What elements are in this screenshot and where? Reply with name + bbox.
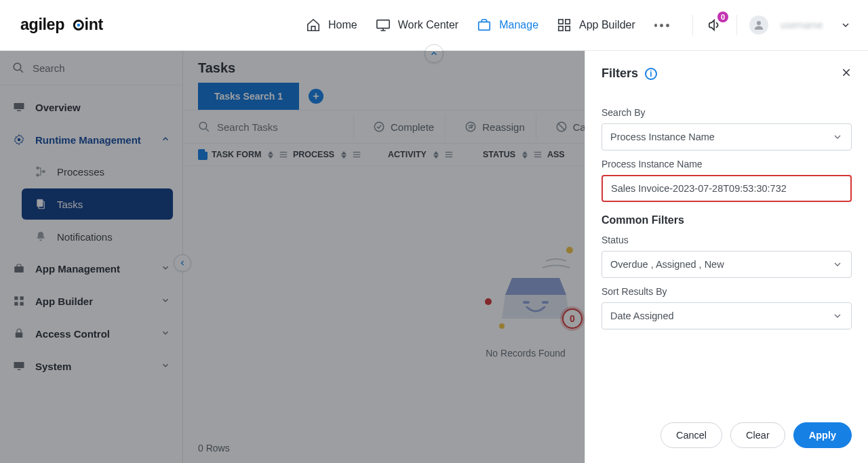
nav-home[interactable]: Home [305, 17, 357, 33]
bell-icon [34, 230, 47, 243]
notifications-badge: 0 [717, 12, 728, 22]
chevron-down-icon [161, 328, 170, 340]
info-icon[interactable]: i [645, 68, 657, 80]
col-label: STATUS [483, 150, 515, 159]
input-process-instance[interactable]: Sales Invoice-2023-07-28T09:53:30:732 [601, 175, 852, 202]
nav-manage-label: Manage [499, 19, 538, 31]
sidebar-label: App Builder [35, 296, 93, 307]
section-common-filters: Common Filters [601, 214, 852, 226]
svg-point-17 [43, 170, 45, 173]
svg-point-45 [485, 298, 492, 305]
col-process[interactable]: PROCESS [293, 150, 388, 159]
nav-app-builder-label: App Builder [579, 19, 635, 31]
select-value: Process Instance Name [610, 132, 715, 142]
empty-illustration: 0 [465, 241, 587, 336]
username: username [781, 20, 828, 31]
close-button[interactable] [841, 66, 852, 81]
svg-rect-36 [353, 154, 361, 155]
sidebar-search[interactable]: Search [0, 51, 182, 85]
col-activity[interactable]: ACTIVITY [388, 150, 483, 159]
cancel-button[interactable]: Cancel [660, 422, 722, 448]
sort-icon[interactable] [522, 151, 529, 159]
action-reassign[interactable]: Reassign [454, 115, 536, 139]
chevron-down-icon [161, 361, 170, 372]
sidebar-label: App Management [35, 263, 120, 275]
col-task-form[interactable]: TASK FORM [198, 149, 293, 160]
search-tasks[interactable] [198, 115, 354, 139]
desktop-icon [12, 359, 26, 373]
select-status[interactable]: Overdue , Assigned , New [601, 251, 852, 278]
button-label: Apply [809, 430, 836, 441]
sort-icon[interactable] [341, 151, 348, 159]
apply-button[interactable]: Apply [793, 422, 852, 448]
flow-icon [34, 165, 47, 178]
svg-rect-40 [446, 157, 453, 157]
sidebar-item-system[interactable]: System [0, 350, 182, 382]
column-menu-icon[interactable] [444, 150, 454, 159]
svg-rect-24 [20, 302, 24, 306]
svg-rect-38 [446, 152, 453, 153]
svg-rect-6 [559, 20, 563, 24]
sidebar-label: Runtime Management [35, 134, 141, 146]
body: Search Overview Runtime Management [0, 51, 868, 463]
nav-app-builder[interactable]: App Builder [556, 17, 635, 33]
sort-icon[interactable] [268, 151, 275, 159]
search-icon [12, 62, 24, 74]
action-complete[interactable]: Complete [362, 115, 446, 139]
svg-rect-27 [18, 369, 21, 371]
sidebar-item-processes[interactable]: Processes [22, 156, 173, 187]
cancel-circle-icon [555, 121, 568, 133]
empty-text: No Records Found [486, 348, 566, 359]
select-search-by[interactable]: Process Instance Name [601, 123, 852, 150]
chevron-down-icon [832, 132, 843, 142]
collapse-top-toggle[interactable] [425, 44, 443, 63]
sidebar-item-app-management[interactable]: App Management [0, 252, 182, 285]
close-icon [841, 67, 852, 78]
tab-add-button[interactable]: + [309, 89, 323, 104]
top-right: 0 username [692, 15, 851, 35]
column-menu-icon[interactable] [352, 150, 361, 159]
svg-rect-34 [280, 157, 288, 157]
sidebar-label: System [35, 361, 71, 372]
sidebar-item-access-control[interactable]: Access Control [0, 317, 182, 350]
clear-button[interactable]: Clear [730, 422, 785, 448]
svg-rect-13 [17, 110, 21, 112]
filters-body: Search By Process Instance Name Process … [585, 96, 868, 411]
filters-title: Filters [601, 66, 638, 81]
avatar[interactable] [749, 16, 768, 35]
column-menu-icon[interactable] [279, 150, 288, 159]
svg-rect-23 [14, 302, 18, 306]
select-sort[interactable]: Date Assigned [601, 302, 852, 329]
column-menu-icon[interactable] [533, 150, 542, 159]
empty-zero-badge: 0 [564, 310, 581, 327]
col-label: ACTIVITY [388, 150, 427, 159]
sidebar-item-overview[interactable]: Overview [0, 91, 182, 123]
sidebar-item-tasks[interactable]: Tasks [22, 188, 173, 220]
sidebar-item-app-builder[interactable]: App Builder [0, 285, 182, 317]
tab-tasks-search-1[interactable]: Tasks Search 1 [198, 83, 299, 110]
grid-icon [12, 294, 26, 308]
svg-rect-26 [14, 362, 24, 368]
chevron-down-icon[interactable] [840, 20, 851, 31]
sidebar-item-runtime-mgmt[interactable]: Runtime Management [0, 123, 182, 156]
sidebar-label: Overview [35, 102, 81, 113]
col-status[interactable]: STATUS [483, 150, 547, 159]
chevron-up-icon [161, 134, 170, 146]
sort-icon[interactable] [433, 151, 440, 159]
svg-rect-21 [14, 296, 18, 300]
chevron-down-icon [161, 263, 170, 275]
nav-more[interactable] [653, 24, 671, 27]
search-tasks-input[interactable] [217, 121, 332, 133]
button-label: Clear [746, 430, 770, 441]
svg-point-28 [199, 122, 207, 129]
sidebar-item-notifications[interactable]: Notifications [22, 221, 173, 252]
nav-manage[interactable]: Manage [476, 17, 538, 33]
svg-rect-33 [280, 154, 288, 155]
svg-rect-25 [16, 333, 23, 338]
dashboard-icon [12, 100, 26, 114]
notifications-button[interactable]: 0 [705, 16, 724, 35]
sidebar-label: Tasks [57, 199, 83, 210]
sidebar: Search Overview Runtime Management [0, 51, 183, 463]
chevron-down-icon [832, 310, 843, 321]
nav-work-center[interactable]: Work Center [375, 17, 459, 33]
